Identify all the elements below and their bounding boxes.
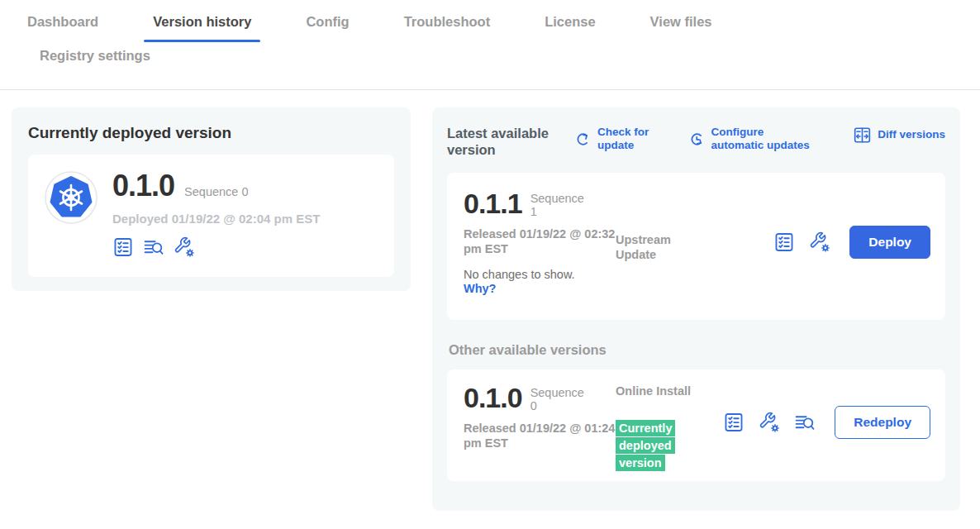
latest-version-source: Upstream Update (616, 232, 692, 262)
nav-tabs-row-1: Dashboard Version history Config Trouble… (0, 0, 980, 42)
other-available-versions-title: Other available versions (449, 342, 944, 358)
configure-automatic-updates-link[interactable]: Configure automatic updates (688, 126, 817, 152)
redeploy-button[interactable]: Redeploy (835, 406, 930, 439)
latest-version-card: 0.1.1 Sequence 1 Released 01/19/22 @ 02:… (447, 173, 945, 320)
diff-versions-icon (853, 126, 872, 145)
latest-released-timestamp: Released 01/19/22 @ 02:32 pm EST (464, 226, 616, 256)
other-sequence-label: Sequence 0 (530, 386, 588, 413)
version-history-page: Currently deployed version 0.1.0 Sequenc… (0, 90, 980, 529)
latest-sequence-label: Sequence 1 (530, 192, 588, 219)
tab-config[interactable]: Config (278, 10, 376, 42)
why-link[interactable]: Why? (464, 282, 496, 295)
current-version-number: 0.1.0 (112, 171, 174, 201)
tab-registry-settings[interactable]: Registry settings (12, 44, 178, 76)
tab-license[interactable]: License (517, 10, 622, 42)
nav-tabs-row-2: Registry settings (0, 42, 980, 89)
currently-deployed-badge-wrap: Currently deployed version (616, 420, 683, 472)
currently-deployed-panel: Currently deployed version 0.1.0 Sequenc… (12, 107, 411, 291)
diff-versions-link[interactable]: Diff versions (853, 126, 945, 145)
check-for-update-link[interactable]: Check for update (574, 126, 652, 152)
preflight-checks-icon[interactable] (773, 231, 795, 253)
other-version-source: Online Install (616, 384, 692, 398)
other-version-number: 0.1.0 (464, 384, 522, 412)
tab-troubleshoot[interactable]: Troubleshoot (377, 10, 518, 42)
top-navbar: Dashboard Version history Config Trouble… (0, 0, 980, 90)
preflight-checks-icon[interactable] (723, 412, 745, 433)
current-sequence-label: Sequence 0 (184, 185, 248, 199)
configure-automatic-updates-label: Configure automatic updates (711, 126, 817, 152)
tab-view-files[interactable]: View files (623, 10, 740, 42)
edit-config-icon[interactable] (174, 236, 195, 258)
tab-version-history[interactable]: Version history (126, 10, 278, 42)
check-for-update-label: Check for update (597, 126, 652, 152)
no-changes-note: No changes to show. (464, 268, 929, 281)
kubernetes-logo (45, 171, 98, 224)
refresh-icon (574, 131, 592, 148)
latest-available-header: Latest available version Check for updat… (447, 126, 945, 159)
latest-available-title: Latest available version (447, 126, 556, 159)
currently-deployed-badge: Currently deployed version (616, 420, 675, 471)
tab-dashboard[interactable]: Dashboard (0, 10, 126, 42)
edit-config-icon[interactable] (759, 412, 780, 433)
latest-version-number: 0.1.1 (464, 189, 522, 217)
other-version-card: 0.1.0 Sequence 0 Released 01/19/22 @ 01:… (447, 369, 945, 481)
edit-config-icon[interactable] (809, 231, 830, 253)
preflight-checks-icon[interactable] (112, 236, 134, 258)
deploy-logs-icon[interactable] (143, 236, 164, 258)
currently-deployed-card: 0.1.0 Sequence 0 Deployed 01/19/22 @ 02:… (28, 155, 394, 277)
diff-versions-label: Diff versions (878, 128, 945, 141)
deploy-button[interactable]: Deploy (849, 226, 930, 259)
deploy-logs-icon[interactable] (794, 412, 816, 433)
auto-update-schedule-icon (688, 131, 706, 148)
deployed-timestamp: Deployed 01/19/22 @ 02:04 pm EST (112, 212, 320, 226)
other-released-timestamp: Released 01/19/22 @ 01:24 pm EST (464, 421, 616, 450)
currently-deployed-details: 0.1.0 Sequence 0 Deployed 01/19/22 @ 02:… (112, 171, 320, 258)
available-versions-panel: Latest available version Check for updat… (432, 107, 960, 511)
currently-deployed-title: Currently deployed version (28, 124, 394, 142)
latest-version-actions: Deploy (773, 226, 930, 259)
other-version-actions: Redeploy (723, 406, 930, 439)
